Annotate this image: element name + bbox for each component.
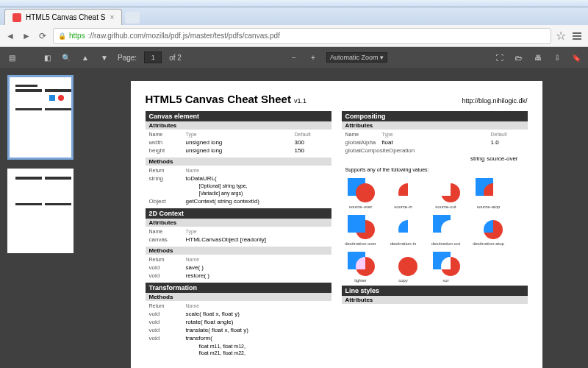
print-icon[interactable]: 🖶 — [532, 52, 544, 63]
search-icon[interactable]: 🔍 — [60, 52, 72, 63]
section-line-styles: Line styles — [342, 286, 528, 296]
composite-icon — [387, 177, 420, 203]
composite-label: destination-out — [429, 241, 464, 246]
composite-label: lighter — [343, 278, 379, 283]
page-label: Page: — [118, 54, 137, 62]
composite-destination-over: destination-over — [343, 213, 379, 246]
composite-label: source-in — [386, 205, 421, 209]
composite-icon — [430, 177, 462, 203]
sidebar-toggle-icon[interactable]: ▤ — [6, 52, 18, 63]
subhead-attributes: Attributes — [146, 121, 331, 130]
composite-label: destination-over — [343, 241, 379, 246]
composite-label: xor — [429, 278, 464, 283]
pdf-toolbar: ▤ ◧ 🔍 ▲ ▼ Page: of 2 − + Automatic Zoom … — [0, 47, 588, 68]
composite-icon — [387, 250, 420, 277]
subhead-methods: Methods — [146, 158, 331, 166]
composite-source-out: source-out — [429, 177, 464, 209]
open-file-icon[interactable]: 🗁 — [513, 52, 525, 63]
prev-page-icon[interactable]: ▲ — [79, 52, 91, 63]
composite-icon — [430, 250, 462, 277]
nav-bar: ◄ ► ⟳ 🔒 https://raw.github.com/mozilla/p… — [0, 25, 588, 47]
composite-icon — [345, 250, 377, 277]
right-column: Compositing Attributes NameTypeDefault g… — [342, 111, 528, 360]
page-total: of 2 — [169, 54, 182, 62]
composite-label: source-atop — [471, 205, 506, 209]
url-bar[interactable]: 🔒 https://raw.github.com/mozilla/pdf.js/… — [53, 28, 551, 44]
tab-title: HTML5 Canvas Cheat S — [26, 13, 105, 21]
doc-title: HTML5 Canvas Cheat Sheet v1.1 — [146, 93, 307, 105]
page-viewport[interactable]: HTML5 Canvas Cheat Sheet v1.1 http://blo… — [85, 68, 588, 368]
composite-icon — [473, 213, 505, 240]
thumbnail-2[interactable] — [7, 169, 74, 253]
left-column: Canvas element Attributes NameTypeDefaul… — [146, 111, 331, 360]
section-2d-context: 2D Context — [146, 208, 331, 219]
back-button[interactable]: ◄ — [4, 30, 16, 42]
composite-xor: xor — [429, 250, 464, 283]
section-transformation: Transformation — [146, 283, 331, 293]
browser-tab[interactable]: HTML5 Canvas Cheat S × — [4, 9, 122, 25]
composite-copy: copy — [386, 250, 421, 283]
favicon — [12, 13, 21, 22]
composite-grid: source-oversource-insource-outsource-ato… — [342, 174, 528, 286]
next-page-icon[interactable]: ▼ — [98, 52, 110, 63]
zoom-select[interactable]: Automatic Zoom ▾ — [326, 52, 387, 63]
composite-source-over: source-over — [343, 177, 379, 209]
close-tab-icon[interactable]: × — [110, 13, 114, 21]
bookmark-icon[interactable]: ☆ — [556, 29, 566, 43]
composite-destination-atop: destination-atop — [471, 213, 506, 246]
forward-button[interactable]: ► — [21, 30, 32, 42]
section-canvas-element: Canvas element — [146, 111, 331, 121]
composite-icon — [473, 177, 505, 203]
download-icon[interactable]: ⇩ — [551, 52, 563, 63]
bookmark-view-icon[interactable]: 🔖 — [570, 52, 582, 63]
composite-label: source-over — [343, 205, 379, 209]
thumbnail-1[interactable] — [7, 75, 74, 160]
pdf-page: HTML5 Canvas Cheat Sheet v1.1 http://blo… — [131, 81, 542, 368]
new-tab-button[interactable] — [125, 12, 140, 24]
zoom-out-icon[interactable]: − — [288, 52, 300, 63]
composite-icon — [430, 213, 462, 240]
presentation-icon[interactable]: ⛶ — [494, 52, 506, 63]
page-input[interactable] — [144, 52, 162, 63]
doc-url: http://blog.nihilogic.dk/ — [462, 97, 527, 105]
lock-icon: 🔒 — [58, 32, 66, 40]
zoom-in-icon[interactable]: + — [307, 52, 319, 63]
composite-icon — [387, 213, 420, 240]
composite-destination-out: destination-out — [429, 213, 464, 246]
tab-bar: HTML5 Canvas Cheat S × — [0, 7, 588, 25]
thumbnail-panel — [0, 68, 85, 368]
composite-label: copy — [386, 278, 421, 283]
url-scheme: https — [69, 32, 85, 40]
composite-source-in: source-in — [386, 177, 421, 209]
url-path: ://raw.github.com/mozilla/pdf.js/master/… — [88, 32, 280, 40]
menu-button[interactable] — [570, 29, 584, 43]
panel-toggle-icon[interactable]: ◧ — [41, 52, 53, 63]
section-compositing: Compositing — [342, 111, 528, 121]
composite-note: Supports any of the following values: — [342, 166, 528, 174]
composite-lighter: lighter — [343, 250, 379, 283]
pdf-content: HTML5 Canvas Cheat Sheet v1.1 http://blo… — [0, 68, 588, 368]
composite-destination-in: destination-in — [386, 213, 421, 246]
composite-icon — [345, 213, 377, 240]
composite-label: destination-atop — [471, 241, 506, 246]
reload-button[interactable]: ⟳ — [37, 30, 49, 42]
composite-source-atop: source-atop — [471, 177, 506, 209]
window-titlebar — [0, 0, 588, 7]
composite-label: source-out — [429, 205, 464, 209]
composite-icon — [345, 177, 377, 203]
composite-label: destination-in — [386, 241, 421, 246]
